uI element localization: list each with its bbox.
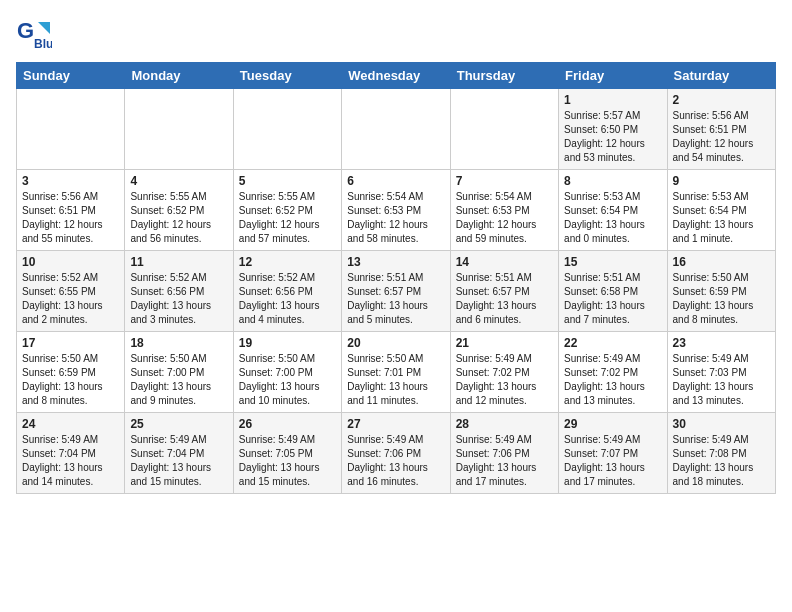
day-info: Sunrise: 5:56 AMSunset: 6:51 PMDaylight:… <box>22 190 119 246</box>
day-number: 27 <box>347 417 444 431</box>
calendar-cell: 7Sunrise: 5:54 AMSunset: 6:53 PMDaylight… <box>450 170 558 251</box>
day-number: 7 <box>456 174 553 188</box>
day-number: 12 <box>239 255 336 269</box>
day-number: 6 <box>347 174 444 188</box>
calendar-cell <box>233 89 341 170</box>
day-info: Sunrise: 5:56 AMSunset: 6:51 PMDaylight:… <box>673 109 770 165</box>
calendar-cell: 8Sunrise: 5:53 AMSunset: 6:54 PMDaylight… <box>559 170 667 251</box>
logo-icon: G Blue <box>16 16 52 52</box>
day-number: 30 <box>673 417 770 431</box>
day-info: Sunrise: 5:52 AMSunset: 6:55 PMDaylight:… <box>22 271 119 327</box>
calendar-cell <box>342 89 450 170</box>
calendar-cell: 14Sunrise: 5:51 AMSunset: 6:57 PMDayligh… <box>450 251 558 332</box>
calendar-cell: 1Sunrise: 5:57 AMSunset: 6:50 PMDaylight… <box>559 89 667 170</box>
day-info: Sunrise: 5:49 AMSunset: 7:04 PMDaylight:… <box>22 433 119 489</box>
day-info: Sunrise: 5:54 AMSunset: 6:53 PMDaylight:… <box>347 190 444 246</box>
calendar-row: 3Sunrise: 5:56 AMSunset: 6:51 PMDaylight… <box>17 170 776 251</box>
col-header-friday: Friday <box>559 63 667 89</box>
calendar-cell: 18Sunrise: 5:50 AMSunset: 7:00 PMDayligh… <box>125 332 233 413</box>
day-info: Sunrise: 5:49 AMSunset: 7:06 PMDaylight:… <box>347 433 444 489</box>
day-number: 28 <box>456 417 553 431</box>
day-number: 3 <box>22 174 119 188</box>
calendar-cell <box>450 89 558 170</box>
calendar-cell: 24Sunrise: 5:49 AMSunset: 7:04 PMDayligh… <box>17 413 125 494</box>
day-number: 10 <box>22 255 119 269</box>
header: G Blue <box>16 16 776 52</box>
day-number: 4 <box>130 174 227 188</box>
day-info: Sunrise: 5:55 AMSunset: 6:52 PMDaylight:… <box>239 190 336 246</box>
day-number: 24 <box>22 417 119 431</box>
calendar-cell <box>125 89 233 170</box>
calendar-cell: 22Sunrise: 5:49 AMSunset: 7:02 PMDayligh… <box>559 332 667 413</box>
day-number: 15 <box>564 255 661 269</box>
day-info: Sunrise: 5:49 AMSunset: 7:06 PMDaylight:… <box>456 433 553 489</box>
day-info: Sunrise: 5:52 AMSunset: 6:56 PMDaylight:… <box>130 271 227 327</box>
day-info: Sunrise: 5:50 AMSunset: 7:00 PMDaylight:… <box>130 352 227 408</box>
calendar-cell: 28Sunrise: 5:49 AMSunset: 7:06 PMDayligh… <box>450 413 558 494</box>
day-number: 22 <box>564 336 661 350</box>
calendar-cell: 3Sunrise: 5:56 AMSunset: 6:51 PMDaylight… <box>17 170 125 251</box>
day-number: 8 <box>564 174 661 188</box>
day-number: 17 <box>22 336 119 350</box>
calendar-cell: 10Sunrise: 5:52 AMSunset: 6:55 PMDayligh… <box>17 251 125 332</box>
day-info: Sunrise: 5:54 AMSunset: 6:53 PMDaylight:… <box>456 190 553 246</box>
col-header-sunday: Sunday <box>17 63 125 89</box>
calendar-cell: 30Sunrise: 5:49 AMSunset: 7:08 PMDayligh… <box>667 413 775 494</box>
calendar-body: 1Sunrise: 5:57 AMSunset: 6:50 PMDaylight… <box>17 89 776 494</box>
svg-text:Blue: Blue <box>34 37 52 51</box>
calendar-row: 10Sunrise: 5:52 AMSunset: 6:55 PMDayligh… <box>17 251 776 332</box>
day-info: Sunrise: 5:49 AMSunset: 7:02 PMDaylight:… <box>564 352 661 408</box>
calendar-cell: 29Sunrise: 5:49 AMSunset: 7:07 PMDayligh… <box>559 413 667 494</box>
calendar-cell: 6Sunrise: 5:54 AMSunset: 6:53 PMDaylight… <box>342 170 450 251</box>
day-info: Sunrise: 5:50 AMSunset: 6:59 PMDaylight:… <box>673 271 770 327</box>
calendar-cell: 17Sunrise: 5:50 AMSunset: 6:59 PMDayligh… <box>17 332 125 413</box>
day-info: Sunrise: 5:52 AMSunset: 6:56 PMDaylight:… <box>239 271 336 327</box>
day-number: 9 <box>673 174 770 188</box>
calendar-cell: 25Sunrise: 5:49 AMSunset: 7:04 PMDayligh… <box>125 413 233 494</box>
day-info: Sunrise: 5:49 AMSunset: 7:07 PMDaylight:… <box>564 433 661 489</box>
col-header-thursday: Thursday <box>450 63 558 89</box>
day-info: Sunrise: 5:53 AMSunset: 6:54 PMDaylight:… <box>564 190 661 246</box>
day-number: 16 <box>673 255 770 269</box>
day-number: 5 <box>239 174 336 188</box>
logo: G Blue <box>16 16 56 52</box>
day-info: Sunrise: 5:50 AMSunset: 6:59 PMDaylight:… <box>22 352 119 408</box>
day-info: Sunrise: 5:51 AMSunset: 6:58 PMDaylight:… <box>564 271 661 327</box>
col-header-saturday: Saturday <box>667 63 775 89</box>
day-info: Sunrise: 5:51 AMSunset: 6:57 PMDaylight:… <box>347 271 444 327</box>
calendar-cell: 12Sunrise: 5:52 AMSunset: 6:56 PMDayligh… <box>233 251 341 332</box>
day-number: 1 <box>564 93 661 107</box>
calendar-cell: 15Sunrise: 5:51 AMSunset: 6:58 PMDayligh… <box>559 251 667 332</box>
calendar-cell: 27Sunrise: 5:49 AMSunset: 7:06 PMDayligh… <box>342 413 450 494</box>
day-number: 19 <box>239 336 336 350</box>
calendar-row: 1Sunrise: 5:57 AMSunset: 6:50 PMDaylight… <box>17 89 776 170</box>
day-info: Sunrise: 5:55 AMSunset: 6:52 PMDaylight:… <box>130 190 227 246</box>
calendar-row: 17Sunrise: 5:50 AMSunset: 6:59 PMDayligh… <box>17 332 776 413</box>
calendar-cell: 13Sunrise: 5:51 AMSunset: 6:57 PMDayligh… <box>342 251 450 332</box>
day-info: Sunrise: 5:50 AMSunset: 7:00 PMDaylight:… <box>239 352 336 408</box>
day-info: Sunrise: 5:49 AMSunset: 7:03 PMDaylight:… <box>673 352 770 408</box>
day-number: 13 <box>347 255 444 269</box>
day-number: 25 <box>130 417 227 431</box>
day-number: 2 <box>673 93 770 107</box>
header-row: SundayMondayTuesdayWednesdayThursdayFrid… <box>17 63 776 89</box>
calendar-cell: 20Sunrise: 5:50 AMSunset: 7:01 PMDayligh… <box>342 332 450 413</box>
day-info: Sunrise: 5:51 AMSunset: 6:57 PMDaylight:… <box>456 271 553 327</box>
day-number: 21 <box>456 336 553 350</box>
calendar-cell: 2Sunrise: 5:56 AMSunset: 6:51 PMDaylight… <box>667 89 775 170</box>
col-header-wednesday: Wednesday <box>342 63 450 89</box>
calendar-table: SundayMondayTuesdayWednesdayThursdayFrid… <box>16 62 776 494</box>
day-info: Sunrise: 5:49 AMSunset: 7:04 PMDaylight:… <box>130 433 227 489</box>
day-info: Sunrise: 5:50 AMSunset: 7:01 PMDaylight:… <box>347 352 444 408</box>
day-number: 11 <box>130 255 227 269</box>
day-info: Sunrise: 5:49 AMSunset: 7:05 PMDaylight:… <box>239 433 336 489</box>
calendar-cell: 19Sunrise: 5:50 AMSunset: 7:00 PMDayligh… <box>233 332 341 413</box>
calendar-cell: 4Sunrise: 5:55 AMSunset: 6:52 PMDaylight… <box>125 170 233 251</box>
day-number: 18 <box>130 336 227 350</box>
calendar-cell: 21Sunrise: 5:49 AMSunset: 7:02 PMDayligh… <box>450 332 558 413</box>
col-header-tuesday: Tuesday <box>233 63 341 89</box>
svg-text:G: G <box>17 18 34 43</box>
calendar-cell: 26Sunrise: 5:49 AMSunset: 7:05 PMDayligh… <box>233 413 341 494</box>
day-info: Sunrise: 5:49 AMSunset: 7:02 PMDaylight:… <box>456 352 553 408</box>
day-number: 14 <box>456 255 553 269</box>
